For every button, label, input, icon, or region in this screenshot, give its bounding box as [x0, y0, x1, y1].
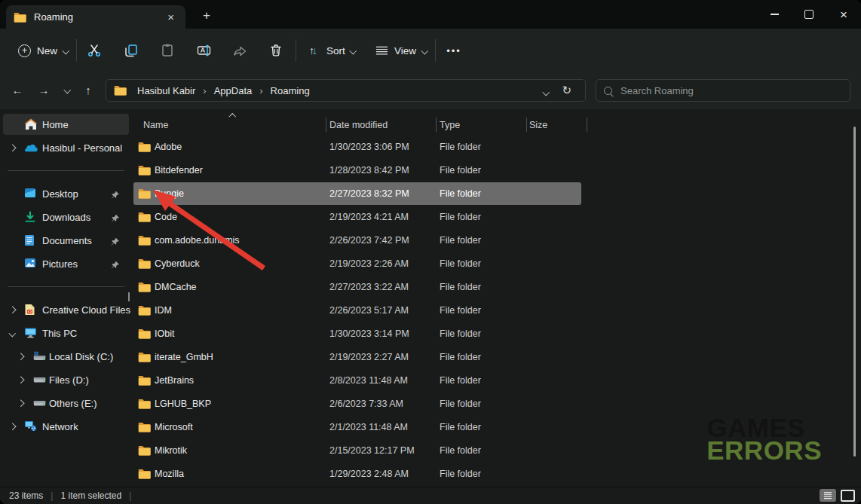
file-row-adobe[interactable]: Adobe1/30/2023 3:06 PMFile folder: [132, 136, 861, 159]
sort-ascending-icon: [229, 114, 236, 121]
sidebar-item-network[interactable]: Network: [0, 416, 132, 437]
toolbar-divider: [435, 39, 436, 62]
file-row-com-adobe-dunamis[interactable]: com.adobe.dunamis2/26/2023 7:42 PMFile f…: [132, 229, 861, 252]
file-type: File folder: [440, 212, 481, 222]
sidebar-item-label: Others (E:): [49, 398, 97, 409]
file-row-bungie[interactable]: Bungie2/27/2023 8:32 PMFile folder: [132, 182, 861, 206]
file-name: com.adobe.dunamis: [155, 235, 240, 246]
file-row-idm[interactable]: IDM2/26/2023 5:17 AMFile folder: [132, 299, 861, 322]
watermark-logo: GAMES ERRORS: [706, 417, 822, 462]
file-row-cyberduck[interactable]: Cyberduck2/19/2023 2:26 AMFile folder: [132, 252, 861, 276]
file-row-jetbrains[interactable]: JetBrains2/8/2023 11:48 AMFile folder: [132, 369, 861, 393]
file-type: File folder: [440, 422, 481, 432]
chevron-right-icon[interactable]: [17, 353, 24, 360]
search-input[interactable]: [619, 84, 842, 97]
refresh-button[interactable]: ↻: [556, 82, 578, 99]
file-name: Code: [155, 212, 177, 222]
search-box[interactable]: [596, 79, 850, 102]
chevron-right-icon[interactable]: [9, 145, 16, 151]
sidebar-item-desktop[interactable]: Desktop: [0, 183, 132, 204]
sidebar-item-creative-cloud-files[interactable]: Creative Cloud Files: [0, 299, 132, 320]
details-view-button[interactable]: [820, 489, 836, 502]
drive-icon: [33, 374, 47, 386]
maximize-button[interactable]: [792, 0, 826, 29]
chevron-right-icon[interactable]: [17, 377, 24, 383]
rename-button[interactable]: [188, 39, 219, 62]
sort-button[interactable]: ↑↓ Sort: [302, 39, 363, 62]
more-options-button[interactable]: •••: [441, 39, 467, 62]
view-button[interactable]: View: [368, 39, 435, 62]
minimize-button[interactable]: [757, 0, 792, 29]
breadcrumb-hasibul-kabir[interactable]: Hasibul Kabir: [133, 83, 200, 99]
column-header-name[interactable]: Name: [143, 120, 168, 130]
file-date-modified: 2/6/2023 7:33 AM: [329, 399, 403, 409]
chevron-right-icon[interactable]: [9, 423, 16, 430]
new-button[interactable]: + New: [11, 39, 76, 62]
delete-button[interactable]: [261, 39, 291, 62]
sidebar-item-label: Network: [42, 421, 78, 432]
share-icon: [232, 43, 247, 58]
sidebar-item-hasibul-personal[interactable]: Hasibul - Personal: [0, 137, 132, 158]
file-row-iterate-gmbh[interactable]: iterate_GmbH2/19/2023 2:27 AMFile folder: [132, 346, 861, 369]
file-row-bitdefender[interactable]: Bitdefender1/28/2023 8:42 PMFile folder: [132, 159, 861, 182]
pin-icon: [111, 236, 120, 249]
column-header-size[interactable]: Size: [529, 120, 547, 130]
breadcrumb-roaming[interactable]: Roaming: [266, 83, 314, 99]
explorer-tab-roaming[interactable]: Roaming ×: [6, 5, 185, 29]
file-row-dmcache[interactable]: DMCache2/27/2023 3:22 AMFile folder: [132, 276, 861, 299]
sidebar-item-this-pc[interactable]: This PC: [0, 322, 132, 344]
pin-icon: [111, 259, 120, 273]
sidebar-item-documents[interactable]: Documents: [0, 230, 132, 251]
column-divider[interactable]: [587, 118, 587, 132]
column-divider[interactable]: [436, 118, 437, 132]
tab-close-icon[interactable]: ×: [164, 10, 178, 24]
large-icons-view-button[interactable]: [841, 490, 855, 502]
watermark-line2: ERRORS: [706, 439, 822, 462]
column-divider[interactable]: [326, 118, 326, 132]
sidebar-item-downloads[interactable]: Downloads: [0, 206, 132, 228]
sidebar-item-local-disk-c[interactable]: Local Disk (C:): [0, 346, 132, 367]
breadcrumb-appdata[interactable]: AppData: [210, 83, 257, 99]
sort-button-label: Sort: [326, 45, 345, 57]
forward-button[interactable]: →: [32, 78, 55, 101]
file-list-scrollbar[interactable]: [853, 127, 856, 457]
recent-locations-button[interactable]: [56, 78, 78, 101]
chevron-right-icon[interactable]: [9, 307, 16, 313]
paste-button[interactable]: [152, 39, 182, 62]
back-button[interactable]: ←: [6, 78, 29, 101]
file-row-code[interactable]: Code2/19/2023 4:21 AMFile folder: [132, 206, 861, 229]
up-arrow-icon: ↑: [85, 84, 91, 96]
chevron-down-icon[interactable]: [9, 330, 16, 337]
address-bar[interactable]: Hasibul Kabir › AppData › Roaming ↻: [106, 79, 586, 102]
new-tab-button[interactable]: +: [198, 8, 216, 23]
column-divider[interactable]: [526, 118, 527, 132]
file-row-iobit[interactable]: IObit1/30/2023 3:14 PMFile folder: [132, 322, 861, 346]
sidebar-item-label: Desktop: [42, 188, 78, 200]
folder-icon: [138, 375, 151, 386]
sidebar-item-pictures[interactable]: Pictures: [0, 253, 132, 274]
cut-button[interactable]: [79, 39, 109, 62]
up-button[interactable]: ↑: [77, 78, 100, 101]
sidebar-item-home[interactable]: Home: [3, 114, 129, 135]
close-button[interactable]: ×: [826, 0, 861, 29]
network-icon: [24, 420, 38, 433]
column-header-date-modified[interactable]: Date modified: [329, 120, 388, 130]
sidebar-item-others-e[interactable]: Others (E:): [0, 393, 132, 414]
copy-button[interactable]: [116, 39, 146, 62]
file-name: LGHUB_BKP: [155, 399, 211, 409]
sidebar-item-label: Documents: [42, 235, 92, 246]
sidebar-item-label: This PC: [42, 328, 77, 339]
file-explorer-window: Roaming × + × + New: [0, 0, 861, 504]
folder-icon: [138, 352, 151, 362]
file-name: JetBrains: [155, 375, 194, 386]
file-row-mozilla[interactable]: Mozilla1/29/2023 2:48 AMFile folder: [132, 463, 861, 486]
file-name: DMCache: [155, 282, 197, 292]
file-date-modified: 1/29/2023 2:48 AM: [329, 469, 409, 479]
sidebar-item-files-d[interactable]: Files (D:): [0, 369, 132, 390]
downloads-icon: [24, 211, 38, 224]
share-button[interactable]: [225, 39, 255, 62]
chevron-right-icon[interactable]: [17, 400, 24, 407]
address-dropdown-button[interactable]: [536, 81, 556, 100]
sidebar-scrollbar[interactable]: [128, 292, 130, 301]
column-header-type[interactable]: Type: [440, 120, 460, 130]
